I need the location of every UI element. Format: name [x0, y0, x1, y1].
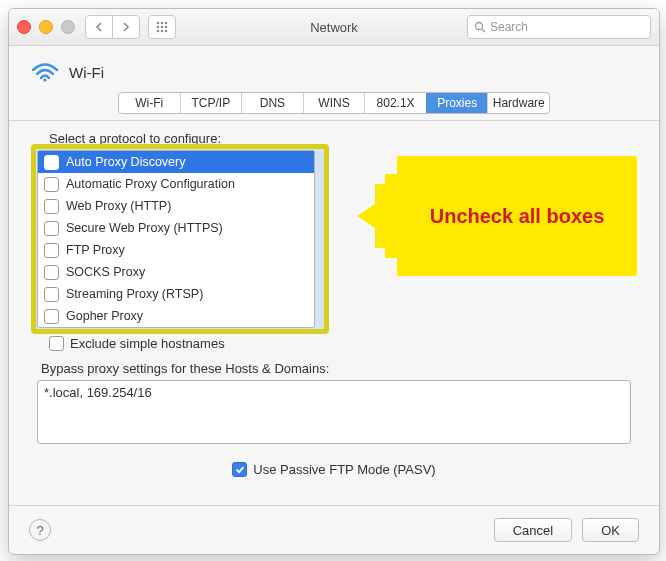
svg-point-5: [165, 26, 168, 29]
titlebar: Network Search: [9, 9, 659, 46]
cancel-button[interactable]: Cancel: [494, 518, 572, 542]
protocol-label-text: SOCKS Proxy: [66, 265, 145, 279]
tab-wins[interactable]: WINS: [303, 93, 365, 113]
protocol-checkbox[interactable]: [44, 177, 59, 192]
protocol-checkbox[interactable]: [44, 199, 59, 214]
svg-point-4: [161, 26, 164, 29]
search-field[interactable]: Search: [467, 15, 651, 39]
grid-icon: [156, 21, 168, 33]
svg-line-10: [482, 29, 485, 32]
protocol-checkbox[interactable]: [44, 243, 59, 258]
passive-ftp-checkbox[interactable]: [232, 462, 247, 477]
forward-button[interactable]: [112, 15, 140, 39]
exclude-simple-row[interactable]: Exclude simple hostnames: [49, 336, 631, 351]
help-button[interactable]: ?: [29, 519, 51, 541]
check-icon: [235, 465, 245, 475]
protocol-label-text: Auto Proxy Discovery: [66, 155, 185, 169]
protocol-item[interactable]: SOCKS Proxy: [38, 261, 314, 283]
protocol-label: Select a protocol to configure:: [49, 131, 631, 146]
tab-proxies[interactable]: Proxies: [426, 93, 488, 113]
protocol-checkbox[interactable]: [44, 155, 59, 170]
ok-button[interactable]: OK: [582, 518, 639, 542]
pane-header: Wi-Fi: [9, 46, 659, 92]
protocol-list[interactable]: Auto Proxy DiscoveryAutomatic Proxy Conf…: [37, 150, 315, 328]
footer: ? Cancel OK: [9, 505, 659, 554]
passive-ftp-label: Use Passive FTP Mode (PASV): [253, 462, 435, 477]
passive-ftp-row[interactable]: Use Passive FTP Mode (PASV): [37, 462, 631, 477]
exclude-simple-checkbox[interactable]: [49, 336, 64, 351]
exclude-simple-label: Exclude simple hostnames: [70, 336, 225, 351]
pane-title: Wi-Fi: [69, 64, 104, 81]
proxies-pane: Select a protocol to configure: Auto Pro…: [9, 120, 659, 505]
svg-point-7: [161, 30, 164, 33]
tab-wi-fi[interactable]: Wi-Fi: [119, 93, 180, 113]
tab-802-1x[interactable]: 802.1X: [364, 93, 426, 113]
bypass-label: Bypass proxy settings for these Hosts & …: [41, 361, 631, 376]
protocol-item[interactable]: Automatic Proxy Configuration: [38, 173, 314, 195]
tab-bar: Wi-FiTCP/IPDNSWINS802.1XProxiesHardware: [118, 92, 550, 114]
annotation-callout: Uncheck all boxes: [357, 156, 637, 276]
svg-point-8: [165, 30, 168, 33]
protocol-checkbox[interactable]: [44, 265, 59, 280]
tab-tcp-ip[interactable]: TCP/IP: [180, 93, 242, 113]
protocol-item[interactable]: Gopher Proxy: [38, 305, 314, 327]
close-window-button[interactable]: [17, 20, 31, 34]
chevron-left-icon: [95, 22, 103, 32]
bypass-value: *.local, 169.254/16: [44, 385, 152, 400]
protocol-item[interactable]: Auto Proxy Discovery: [38, 151, 314, 173]
search-placeholder: Search: [490, 20, 528, 34]
svg-point-6: [157, 30, 160, 33]
svg-point-9: [476, 23, 483, 30]
protocol-item[interactable]: Web Proxy (HTTP): [38, 195, 314, 217]
preferences-window: Network Search Wi-Fi Wi-FiTCP/IPDNSWINS8…: [8, 8, 660, 555]
bypass-textarea[interactable]: *.local, 169.254/16: [37, 380, 631, 444]
zoom-window-button[interactable]: [61, 20, 75, 34]
protocol-checkbox[interactable]: [44, 287, 59, 302]
chevron-right-icon: [122, 22, 130, 32]
back-button[interactable]: [85, 15, 113, 39]
tab-dns[interactable]: DNS: [241, 93, 303, 113]
tab-hardware[interactable]: Hardware: [487, 93, 549, 113]
svg-point-3: [157, 26, 160, 29]
show-all-button[interactable]: [148, 15, 176, 39]
protocol-label-text: Secure Web Proxy (HTTPS): [66, 221, 223, 235]
protocol-item[interactable]: Secure Web Proxy (HTTPS): [38, 217, 314, 239]
protocol-item[interactable]: Streaming Proxy (RTSP): [38, 283, 314, 305]
annotation-arrow-icon: [357, 196, 387, 236]
svg-point-0: [157, 22, 160, 25]
protocol-label-text: Gopher Proxy: [66, 309, 143, 323]
svg-point-2: [165, 22, 168, 25]
protocol-label-text: FTP Proxy: [66, 243, 125, 257]
protocol-label-text: Web Proxy (HTTP): [66, 199, 171, 213]
minimize-window-button[interactable]: [39, 20, 53, 34]
protocol-checkbox[interactable]: [44, 309, 59, 324]
nav-buttons: [85, 15, 140, 39]
protocol-checkbox[interactable]: [44, 221, 59, 236]
svg-point-1: [161, 22, 164, 25]
protocol-label-text: Streaming Proxy (RTSP): [66, 287, 203, 301]
wifi-icon: [31, 62, 59, 82]
protocol-item[interactable]: FTP Proxy: [38, 239, 314, 261]
traffic-lights: [17, 20, 75, 34]
protocol-label-text: Automatic Proxy Configuration: [66, 177, 235, 191]
svg-point-11: [43, 78, 46, 81]
annotation-text: Uncheck all boxes: [430, 204, 605, 228]
search-icon: [474, 21, 486, 33]
